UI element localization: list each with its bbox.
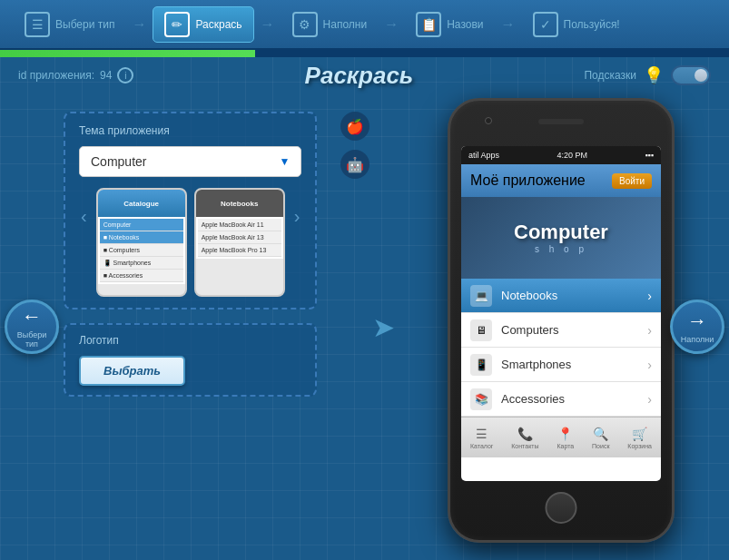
phone-outer-shell: atil Apps 4:20 PM ▪▪▪ Моё приложение Вой…	[448, 98, 675, 543]
accessories-arrow: ›	[647, 392, 652, 407]
tab-search[interactable]: 🔍 Поиск	[592, 427, 609, 449]
step5-label: Пользуйся!	[564, 18, 620, 31]
hints-toggle[interactable]	[671, 65, 711, 85]
left-panel: Тема приложения Computer ▼ ‹ Catalogue C…	[18, 93, 335, 560]
phone-speaker	[538, 119, 584, 124]
signal-indicator: atil Apps	[468, 151, 499, 160]
hint-label: Подсказки	[584, 69, 636, 82]
nav-back-button[interactable]: ← Выберитип	[5, 300, 59, 354]
logo-title: Логотип	[79, 334, 301, 347]
chevron-down-icon: ▼	[279, 155, 290, 168]
list-item-notebooks[interactable]: 💻 Notebooks ›	[461, 279, 661, 313]
hero-content: Computer s h o p	[514, 221, 608, 253]
page-title: Раскрась	[305, 62, 414, 90]
step4-icon: 📋	[416, 12, 441, 37]
phone-screen: atil Apps 4:20 PM ▪▪▪ Моё приложение Вой…	[461, 146, 661, 481]
preview1-item1: ■ Notebooks	[100, 231, 183, 244]
next-arrow-icon: →	[687, 309, 707, 333]
step2-label: Раскрась	[195, 18, 241, 31]
accessories-icon: 📚	[470, 388, 492, 410]
theme-dropdown[interactable]: Computer ▼	[79, 146, 301, 177]
page-header: id приложения: 94 i Раскрась Подсказки 💡	[0, 57, 729, 93]
phone-preview-1[interactable]: Catalogue Computer ■ Notebooks ■ Compute…	[96, 188, 187, 297]
computers-icon: 🖥	[470, 319, 492, 341]
list-item-smartphones[interactable]: 📱 Smartphones ›	[461, 348, 661, 382]
hero-title: Computer	[514, 221, 608, 243]
wizard-step-1[interactable]: ☰ Выбери тип	[14, 7, 125, 42]
tab-catalogue[interactable]: ☰ Каталог	[470, 427, 493, 449]
cart-tab-label: Корзина	[627, 443, 652, 449]
preview1-list: Computer ■ Notebooks ■ Computers 📱 Smart…	[98, 217, 185, 284]
wizard-step-5[interactable]: ✓ Пользуйся!	[522, 7, 631, 42]
info-icon[interactable]: i	[117, 67, 133, 84]
step4-label: Назови	[447, 18, 483, 31]
next-label: Наполни	[681, 335, 714, 344]
computers-label: Computers	[501, 323, 638, 337]
hint-area: Подсказки 💡	[584, 65, 711, 85]
step5-icon: ✓	[533, 12, 558, 37]
catalogue-tab-label: Каталог	[470, 443, 493, 449]
wizard-step-2[interactable]: ✏ Раскрась	[153, 6, 253, 43]
notebooks-label: Notebooks	[501, 289, 638, 302]
list-item-accessories[interactable]: 📚 Accessories ›	[461, 382, 661, 417]
map-tab-label: Карта	[557, 443, 574, 449]
preview2-item3: Apple MacBook Pro 13	[198, 244, 281, 257]
progress-bar-fill	[0, 50, 255, 57]
login-button[interactable]: Войти	[612, 173, 652, 189]
battery-indicator: ▪▪▪	[645, 151, 654, 160]
os-icons-panel: 🍎 🤖	[340, 112, 369, 179]
step2-icon: ✏	[164, 12, 190, 37]
select-logo-button[interactable]: Выбрать	[79, 356, 185, 386]
tab-map[interactable]: 📍 Карта	[557, 427, 574, 449]
smartphones-icon: 📱	[470, 354, 492, 376]
preview1-header: Catalogue	[98, 190, 185, 217]
preview1-item3: 📱 Smartphones	[100, 257, 183, 270]
accessories-label: Accessories	[501, 392, 638, 406]
search-tab-icon: 🔍	[593, 427, 608, 441]
center-arrow-icon: ➤	[372, 311, 395, 343]
step3-label: Наполни	[323, 18, 368, 31]
nav-next-button[interactable]: → Наполни	[670, 300, 724, 354]
wizard-arrow-1: →	[132, 16, 146, 33]
preview1-item2: ■ Computers	[100, 244, 183, 257]
step3-icon: ⚙	[292, 12, 318, 37]
wizard-arrow-4: →	[501, 16, 516, 33]
preview-phones: ‹ Catalogue Computer ■ Notebooks ■ Compu…	[79, 188, 301, 297]
wizard-step-4[interactable]: 📋 Назови	[405, 7, 494, 42]
app-id-value: 94	[100, 69, 112, 82]
tab-cart[interactable]: 🛒 Корзина	[627, 427, 652, 449]
preview-next-arrow[interactable]: ›	[292, 188, 302, 245]
phone-home-button[interactable]	[546, 492, 577, 524]
screen-nav-bar: Моё приложение Войти	[461, 164, 661, 197]
android-icon[interactable]: 🤖	[340, 150, 369, 179]
hero-subtitle: s h o p	[514, 244, 608, 254]
time-display: 4:20 PM	[557, 151, 587, 160]
app-id-area: id приложения: 94 i	[18, 67, 133, 84]
preview1-item4: ■ Accessories	[100, 270, 183, 282]
phone-camera	[485, 117, 492, 124]
preview-prev-arrow[interactable]: ‹	[79, 188, 89, 245]
wizard-arrow-3: →	[384, 16, 399, 33]
preview2-item2: Apple MacBook Air 13	[198, 231, 281, 244]
wizard-step-3[interactable]: ⚙ Наполни	[281, 7, 379, 42]
smartphones-label: Smartphones	[501, 358, 638, 371]
dropdown-value: Computer	[91, 154, 146, 169]
wizard-bar: ☰ Выбери тип → ✏ Раскрась → ⚙ Наполни → …	[0, 0, 729, 50]
app-id-label: id приложения:	[18, 69, 94, 82]
tab-contacts[interactable]: 📞 Контакты	[511, 427, 538, 449]
step1-label: Выбери тип	[55, 18, 114, 31]
phone-mockup: atil Apps 4:20 PM ▪▪▪ Моё приложение Вой…	[448, 98, 675, 543]
apple-icon[interactable]: 🍎	[340, 112, 369, 141]
preview2-item1: Apple MacBook Air 11	[198, 219, 281, 231]
list-item-computers[interactable]: 🖥 Computers ›	[461, 313, 661, 348]
catalogue-tab-icon: ☰	[476, 427, 488, 441]
theme-title: Тема приложения	[79, 124, 301, 137]
screen-hero: Computer s h o p	[461, 197, 661, 279]
phone-preview-2[interactable]: Notebooks Apple MacBook Air 11 Apple Mac…	[194, 188, 285, 297]
bulb-icon: 💡	[644, 65, 664, 85]
theme-panel: Тема приложения Computer ▼ ‹ Catalogue C…	[64, 112, 317, 309]
screen-tab-bar: ☰ Каталог 📞 Контакты 📍 Карта 🔍 Поиск	[461, 417, 661, 457]
contacts-tab-label: Контакты	[511, 443, 538, 449]
preview2-header: Notebooks	[196, 190, 283, 217]
status-bar: atil Apps 4:20 PM ▪▪▪	[461, 146, 661, 164]
